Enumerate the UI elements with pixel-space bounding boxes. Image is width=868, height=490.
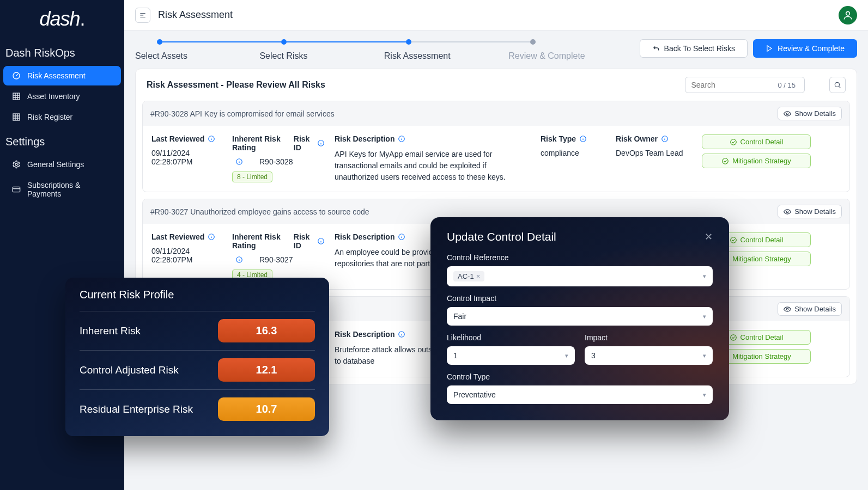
control-reference-select[interactable]: AC-1× ▾	[447, 266, 713, 286]
profile-row-label: Residual Enterprise Risk	[80, 403, 193, 415]
risk-id-value: R90-3027	[259, 255, 293, 264]
search-count: 0 / 15	[778, 81, 796, 89]
profile-row-score: 16.3	[218, 319, 315, 342]
review-complete-button[interactable]: Review & Complete	[753, 39, 857, 58]
info-icon	[317, 237, 325, 245]
chevron-down-icon: ▾	[703, 352, 706, 359]
svg-point-24	[786, 308, 788, 310]
info-icon	[398, 135, 405, 143]
svg-point-16	[723, 158, 729, 164]
impact-label: Impact	[585, 333, 713, 342]
chevron-down-icon: ▾	[703, 273, 706, 280]
nav-label: Asset Inventory	[27, 92, 80, 101]
nav-label: Subscriptions & Payments	[27, 181, 112, 198]
svg-rect-4	[13, 187, 20, 192]
nav-label: Risk Assessment	[27, 71, 86, 80]
nav-label: General Settings	[27, 160, 84, 169]
info-icon	[398, 233, 405, 241]
svg-point-7	[835, 82, 839, 87]
profile-row-score: 10.7	[218, 397, 315, 421]
control-detail-button[interactable]: Control Detail	[702, 134, 811, 149]
tag-chip[interactable]: AC-1×	[453, 271, 484, 281]
gauge-icon	[12, 71, 21, 80]
risk-profile-card: Current Risk Profile Inherent Risk 16.3 …	[65, 278, 329, 436]
svg-point-5	[846, 11, 850, 15]
show-details-button[interactable]: Show Details	[778, 107, 842, 120]
page-title: Risk Assessment	[158, 9, 233, 21]
risk-header: #R90-3028 API Key is compromised for ema…	[150, 109, 335, 118]
control-reference-label: Control Reference	[447, 253, 713, 262]
chevron-down-icon: ▾	[703, 313, 706, 320]
chevron-down-icon: ▾	[565, 352, 568, 359]
info-icon	[579, 135, 587, 143]
wizard-steps: Select Assets Select Risks Risk Assessme…	[135, 36, 633, 61]
profile-row-score: 12.1	[218, 358, 315, 382]
svg-point-26	[730, 334, 736, 340]
svg-point-8	[786, 113, 788, 115]
card-title: Risk Assessment - Please Review All Risk…	[147, 80, 325, 90]
likelihood-select[interactable]: 1 ▾	[447, 346, 575, 365]
step-select-assets[interactable]: Select Assets	[135, 39, 259, 61]
last-reviewed-value: 09/11/2024 02:28:07PM	[151, 247, 222, 264]
back-button[interactable]: Back To Select Risks	[640, 39, 748, 58]
search-button[interactable]	[829, 77, 846, 93]
show-details-button[interactable]: Show Details	[778, 302, 842, 316]
update-control-modal: Update Control Detail ✕ Control Referenc…	[430, 217, 729, 420]
risk-item: #R90-3028 API Key is compromised for ema…	[142, 101, 850, 192]
card-icon	[12, 185, 21, 194]
profile-row-label: Control Adjusted Risk	[80, 364, 179, 376]
risk-type-value: compliance	[541, 149, 606, 157]
info-icon	[208, 135, 215, 143]
control-type-label: Control Type	[447, 372, 713, 381]
grid-icon	[12, 113, 21, 121]
control-impact-label: Control Impact	[447, 294, 713, 303]
wizard-steps-row: Select Assets Select Risks Risk Assessme…	[124, 30, 868, 61]
collapse-sidebar-button[interactable]	[135, 8, 150, 23]
step-risk-assessment[interactable]: Risk Assessment	[384, 39, 508, 61]
profile-title: Current Risk Profile	[80, 289, 315, 301]
sidebar-item-subscriptions[interactable]: Subscriptions & Payments	[3, 175, 121, 204]
likelihood-label: Likelihood	[447, 333, 575, 342]
svg-point-17	[786, 211, 788, 213]
risk-description-value: API Keys for MyApp email service are use…	[335, 149, 531, 183]
risk-owner-value: DevOps Team Lead	[616, 149, 692, 157]
risk-header: #R90-3027 Unauthorized employee gains ac…	[150, 207, 369, 216]
info-icon	[208, 233, 215, 241]
svg-point-15	[730, 139, 736, 145]
sidebar-item-general-settings[interactable]: General Settings	[3, 155, 121, 174]
last-reviewed-value: 09/11/2024 02:28:07PM	[151, 149, 222, 166]
modal-title: Update Control Detail	[447, 230, 556, 243]
sidebar-item-risk-assessment[interactable]: Risk Assessment	[3, 66, 121, 85]
info-icon	[317, 139, 325, 147]
risk-id-value: R90-3028	[259, 157, 293, 166]
rating-pill: 8 - Limited	[232, 171, 272, 182]
svg-rect-2	[13, 114, 20, 120]
mitigation-strategy-button[interactable]: Mitigation Strategy	[702, 154, 811, 168]
chevron-down-icon: ▾	[703, 391, 706, 399]
topbar: Risk Assessment	[124, 0, 868, 30]
step-review-complete[interactable]: Review & Complete	[508, 39, 633, 61]
step-select-risks[interactable]: Select Risks	[259, 39, 384, 61]
svg-point-22	[730, 237, 736, 243]
svg-rect-1	[13, 93, 20, 100]
nav-label: Risk Register	[27, 113, 72, 121]
user-avatar[interactable]	[839, 6, 857, 24]
control-type-select[interactable]: Preventative ▾	[447, 385, 713, 404]
close-icon[interactable]: ✕	[705, 231, 713, 243]
control-impact-select[interactable]: Fair ▾	[447, 307, 713, 326]
svg-point-3	[15, 163, 17, 166]
gear-icon	[12, 160, 21, 169]
sidebar-item-asset-inventory[interactable]: Asset Inventory	[3, 87, 121, 106]
app-logo: dash	[0, 5, 124, 39]
info-icon	[398, 330, 405, 338]
sidebar-item-risk-register[interactable]: Risk Register	[3, 107, 121, 127]
sidebar-section-riskops: Dash RiskOps	[0, 39, 124, 65]
impact-select[interactable]: 3 ▾	[585, 346, 713, 365]
remove-tag-icon[interactable]: ×	[476, 272, 481, 280]
grid-icon	[12, 92, 21, 101]
profile-row-label: Inherent Risk	[80, 325, 141, 337]
show-details-button[interactable]: Show Details	[778, 205, 842, 218]
svg-marker-6	[767, 46, 772, 52]
info-icon	[661, 135, 669, 143]
sidebar-section-settings: Settings	[0, 128, 124, 154]
